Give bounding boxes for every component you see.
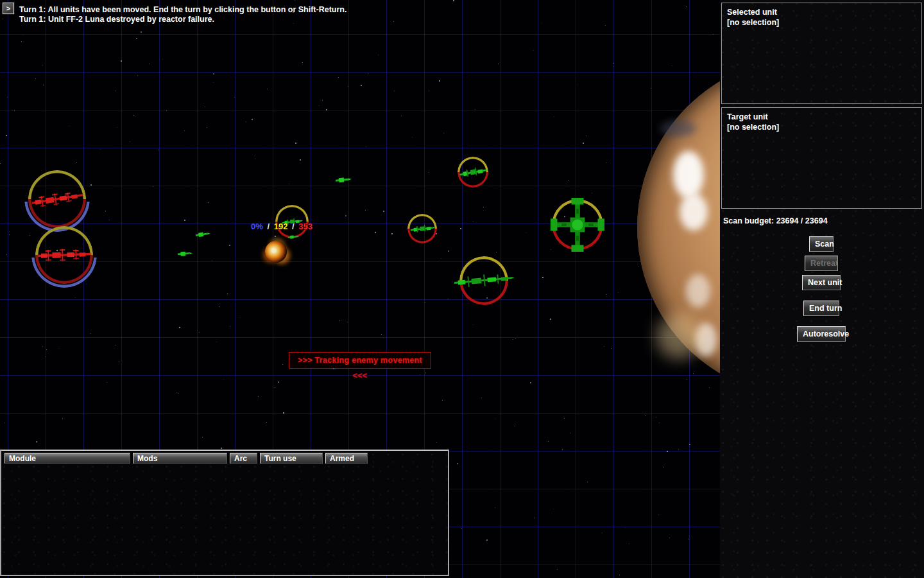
ship-sprite <box>551 198 604 252</box>
target-unit-panel: Target unit [no selection] <box>721 107 922 209</box>
end-turn-button[interactable]: End turn <box>803 301 839 316</box>
tracking-banner: >>> Tracking enemy movement <<< <box>289 352 431 369</box>
cloud <box>673 151 704 198</box>
column-header-turnuse[interactable]: Turn use <box>260 453 323 464</box>
explosion-effect <box>265 241 287 263</box>
separator: / <box>265 222 271 231</box>
unit-stats-readout: 0% / 192 / 353 <box>251 222 312 231</box>
column-header-armed[interactable]: Armed <box>325 453 368 464</box>
scan-budget-label: Scan budget: 23694 / 23694 <box>723 216 828 225</box>
target-unit-body: [no selection] <box>727 122 916 132</box>
column-header-arc[interactable]: Arc <box>230 453 257 464</box>
next-unit-button[interactable]: Next unit <box>802 275 841 290</box>
cloud <box>680 193 708 231</box>
surface-highlight <box>656 314 701 359</box>
battle-map[interactable]: 0% / 192 / 353 >>> Tracking enemy moveme… <box>0 0 720 578</box>
starfield-bright <box>0 0 1 1</box>
ship-sprite <box>287 234 300 240</box>
target-unit-title: Target unit <box>727 112 916 122</box>
log-line: Turn 1: Unit FF-2 Luna destroyed by reac… <box>19 15 533 24</box>
selected-unit-panel: Selected unit [no selection] <box>721 3 922 104</box>
module-table: Module Mods Arc Turn use Armed <box>0 450 449 576</box>
selected-unit-body: [no selection] <box>727 17 916 28</box>
log-expand-button[interactable]: > <box>3 3 14 14</box>
autoresolve-button[interactable]: Autoresolve <box>797 326 846 342</box>
shield-percent: 0% <box>251 222 263 231</box>
cloud <box>686 274 710 308</box>
column-header-mods[interactable]: Mods <box>133 453 227 464</box>
ship-sprite <box>177 250 193 258</box>
retreat-button[interactable]: Retreat <box>805 256 838 271</box>
scan-button[interactable]: Scan <box>809 236 834 252</box>
ship-sprite <box>36 245 93 264</box>
hull-max: 353 <box>298 222 312 231</box>
separator: / <box>290 222 296 231</box>
column-header-module[interactable]: Module <box>4 453 130 464</box>
log-line: Turn 1: All units have been moved. End t… <box>19 5 533 15</box>
game-window: 0% / 192 / 353 >>> Tracking enemy moveme… <box>0 0 924 578</box>
hull-current: 192 <box>274 222 288 231</box>
sidebar: Selected unit [no selection] Target unit… <box>720 0 924 578</box>
cloud-shadow <box>660 120 696 137</box>
selected-unit-title: Selected unit <box>727 7 916 17</box>
